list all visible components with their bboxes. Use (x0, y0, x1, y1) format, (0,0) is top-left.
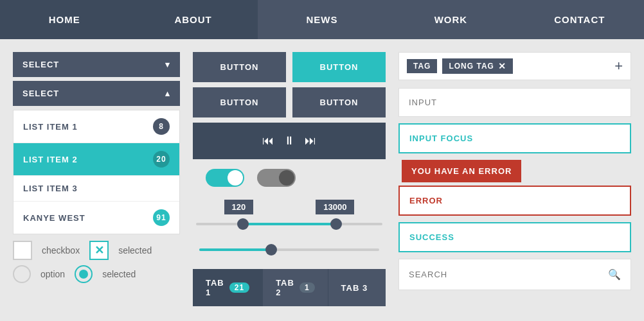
slider-labels: 120 13000 (193, 200, 386, 214)
selected2-label: selected (102, 269, 136, 279)
toggle-off[interactable] (257, 169, 296, 187)
button-dark-1[interactable]: BUTTON (193, 52, 286, 82)
selected-label: selected (118, 245, 152, 256)
radio-selected[interactable] (75, 265, 93, 283)
dropdown-list: LIST ITEM 1 8 LIST ITEM 2 20 LIST ITEM 3… (13, 110, 180, 234)
right-column: TAG LONG TAG ✕ + YOU HAVE AN ERROR 🔍 (398, 52, 631, 306)
tab-3[interactable]: TAB 3 (328, 269, 386, 306)
checkbox-unchecked[interactable] (13, 241, 32, 260)
radio-unselected[interactable] (13, 265, 31, 283)
list-item-1-label: LIST ITEM 1 (23, 122, 78, 132)
button-row-1: BUTTON BUTTON (193, 52, 386, 82)
chevron-up-icon: ▴ (165, 89, 170, 98)
list-item-4[interactable]: KANYE WEST 91 (13, 202, 179, 234)
single-slider (193, 243, 386, 256)
tag-row: TAG LONG TAG ✕ + (398, 52, 631, 80)
error-tooltip-container: YOU HAVE AN ERROR (398, 160, 631, 186)
slider-thumb-right[interactable] (330, 218, 342, 230)
checkbox-row: checkbox ✕ selected (13, 241, 180, 260)
tab-2-badge: 1 (300, 282, 315, 293)
skip-back-icon[interactable]: ⏮ (262, 134, 274, 148)
media-player: ⏮ ⏸ ⏭ (193, 123, 386, 159)
single-slider-fill (199, 248, 271, 251)
list-item-2[interactable]: LIST ITEM 2 20 (13, 143, 179, 176)
nav-about[interactable]: ABOUT (129, 0, 257, 39)
tag-2[interactable]: LONG TAG ✕ (442, 58, 512, 74)
select-label-1: SELECT (22, 60, 59, 69)
list-item-4-badge: 91 (153, 209, 170, 226)
tag-1[interactable]: TAG (407, 59, 437, 73)
tab-3-label: TAB 3 (341, 283, 368, 293)
nav-news[interactable]: NEWS (258, 0, 386, 39)
slider-val-1: 120 (224, 200, 254, 214)
dual-slider-track[interactable] (196, 218, 382, 230)
pause-icon[interactable]: ⏸ (283, 134, 295, 148)
search-row: 🔍 (398, 259, 631, 290)
button-dark-2[interactable]: BUTTON (193, 87, 286, 117)
input-normal[interactable] (398, 88, 631, 117)
tag-close-icon[interactable]: ✕ (498, 61, 506, 71)
nav-contact[interactable]: CONTACT (515, 0, 644, 39)
dual-slider: 120 13000 (193, 196, 386, 234)
tag-add-icon[interactable]: + (614, 58, 623, 74)
left-column: SELECT ▾ SELECT ▴ LIST ITEM 1 8 LIST ITE… (13, 52, 180, 306)
list-item-2-label: LIST ITEM 2 (23, 155, 78, 164)
search-input[interactable] (399, 261, 598, 288)
tab-1-label: TAB 1 (206, 278, 224, 297)
toggle-on[interactable] (206, 169, 244, 187)
error-tooltip: YOU HAVE AN ERROR (402, 160, 521, 182)
list-item-1[interactable]: LIST ITEM 1 8 (13, 110, 179, 143)
list-item-3[interactable]: LIST ITEM 3 (13, 176, 179, 202)
nav-home[interactable]: HOME (0, 0, 129, 39)
single-slider-thumb[interactable] (265, 244, 277, 256)
tab-2-label: TAB 2 (276, 278, 294, 297)
input-success[interactable] (398, 222, 631, 252)
slider-fill (243, 223, 336, 225)
button-row-2: BUTTON BUTTON (193, 87, 386, 117)
tab-1[interactable]: TAB 1 21 (193, 269, 263, 306)
toggle-row (206, 169, 386, 187)
checkbox-label: checkbox (42, 245, 80, 256)
select-label-2: SELECT (22, 89, 59, 98)
slider-val-2: 13000 (316, 200, 354, 214)
nav-work[interactable]: WORK (386, 0, 515, 39)
skip-forward-icon[interactable]: ⏭ (305, 134, 316, 148)
button-dark-3[interactable]: BUTTON (292, 87, 386, 117)
mid-column: BUTTON BUTTON BUTTON BUTTON ⏮ ⏸ ⏭ 120 (193, 52, 386, 306)
slider-thumb-left[interactable] (237, 218, 249, 230)
list-item-2-badge: 20 (153, 151, 170, 168)
radio-row: option selected (13, 265, 180, 283)
input-focus[interactable] (398, 123, 631, 153)
toggle-knob-off (279, 170, 294, 186)
tabs-row: TAB 1 21 TAB 2 1 TAB 3 (193, 269, 386, 306)
checkbox-checked[interactable]: ✕ (89, 241, 109, 260)
list-item-4-label: KANYE WEST (23, 213, 85, 223)
select-dropdown-2[interactable]: SELECT ▴ (13, 81, 180, 106)
input-error[interactable] (398, 186, 631, 216)
nav: HOME ABOUT NEWS WORK CONTACT (0, 0, 644, 39)
select-dropdown-1[interactable]: SELECT ▾ (13, 52, 180, 77)
list-item-3-label: LIST ITEM 3 (23, 184, 78, 193)
tag-2-label: LONG TAG (449, 62, 494, 71)
list-item-1-badge: 8 (153, 118, 170, 135)
button-teal-1[interactable]: BUTTON (292, 52, 386, 82)
single-slider-track[interactable] (199, 248, 379, 251)
toggle-knob-on (228, 170, 243, 186)
search-icon[interactable]: 🔍 (598, 259, 631, 290)
option-label: option (40, 269, 65, 279)
tab-1-badge: 21 (229, 282, 249, 293)
tab-2[interactable]: TAB 2 1 (263, 269, 328, 306)
chevron-down-icon: ▾ (165, 60, 170, 69)
